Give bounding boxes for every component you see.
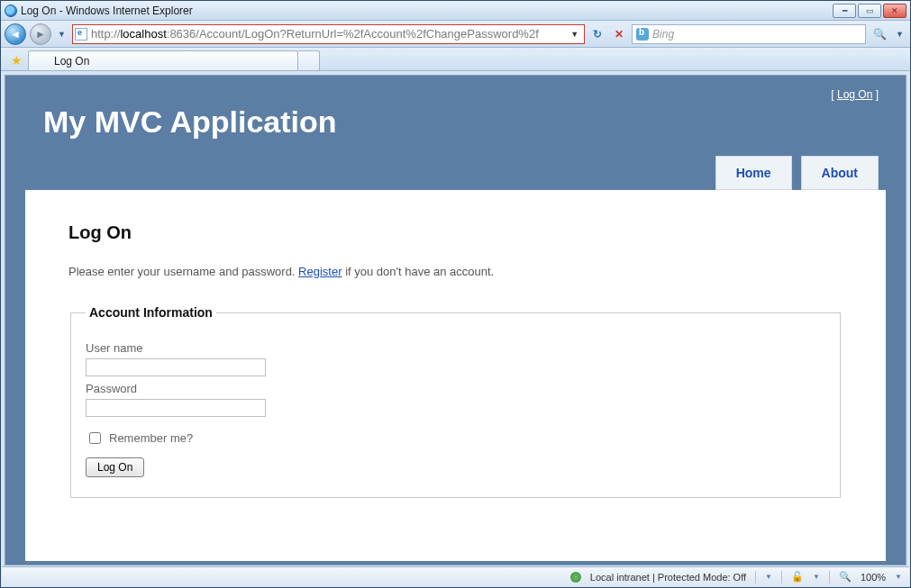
account-fieldset: Account Information User name Password R… [70, 305, 841, 498]
maximize-button[interactable]: ▭ [858, 4, 881, 18]
browser-window: Log On - Windows Internet Explorer ━ ▭ ✕… [0, 0, 911, 588]
nav-about[interactable]: About [801, 156, 879, 190]
url-text: http://localhost:8636/Account/LogOn?Retu… [91, 27, 567, 41]
zoom-dropdown[interactable]: ▼ [895, 573, 902, 581]
app-title: My MVC Application [7, 101, 904, 156]
tab-title: Log On [54, 55, 89, 68]
account-bar: [ Log On ] [7, 76, 904, 101]
favorites-button[interactable]: ★ [5, 50, 28, 70]
stop-button[interactable]: ✕ [610, 25, 628, 43]
remember-label: Remember me? [109, 431, 193, 445]
username-label: User name [86, 341, 825, 355]
password-input[interactable] [86, 399, 266, 417]
instruction-text: Please enter your username and password.… [68, 265, 843, 278]
logon-submit-button[interactable]: Log On [86, 457, 144, 477]
window-title: Log On - Windows Internet Explorer [21, 5, 833, 17]
username-input[interactable] [86, 358, 266, 376]
refresh-button[interactable]: ↻ [588, 25, 606, 43]
zone-icon [570, 572, 581, 583]
search-placeholder: Bing [652, 28, 674, 41]
status-bar: Local intranet | Protected Mode: Off ▼ 🔓… [2, 566, 909, 586]
search-dropdown[interactable]: ▼ [893, 30, 906, 39]
password-label: Password [86, 382, 825, 395]
page-heading: Log On [68, 222, 843, 243]
page-icon [75, 28, 87, 41]
titlebar: Log On - Windows Internet Explorer ━ ▭ ✕ [1, 1, 910, 21]
nav-history-dropdown[interactable]: ▼ [55, 30, 68, 39]
main-content: Log On Please enter your username and pa… [25, 190, 886, 561]
security-zone: Local intranet | Protected Mode: Off [590, 572, 746, 583]
close-button[interactable]: ✕ [883, 4, 906, 18]
page-tools-icon[interactable]: 🔓 [791, 571, 804, 583]
back-button[interactable]: ◄ [5, 23, 26, 45]
logon-link[interactable]: Log On [837, 88, 872, 101]
viewport: [ Log On ] My MVC Application Home About… [5, 75, 906, 565]
protected-mode-dropdown[interactable]: ▼ [765, 573, 772, 581]
new-tab-button[interactable] [298, 50, 320, 70]
tab-active[interactable]: Log On [28, 50, 298, 70]
ie-icon [36, 55, 49, 68]
forward-button[interactable]: ► [30, 23, 51, 45]
remember-checkbox[interactable] [89, 432, 101, 444]
register-link[interactable]: Register [298, 265, 342, 278]
zoom-icon[interactable]: 🔍 [839, 571, 852, 583]
fieldset-legend: Account Information [86, 305, 216, 320]
search-box[interactable]: Bing [632, 24, 866, 44]
address-bar[interactable]: http://localhost:8636/Account/LogOn?Retu… [72, 24, 585, 44]
minimize-button[interactable]: ━ [833, 4, 856, 18]
tab-bar: ★ Log On [1, 48, 910, 71]
nav-tabs: Home About [7, 156, 904, 190]
nav-home[interactable]: Home [715, 156, 792, 190]
nav-toolbar: ◄ ► ▼ http://localhost:8636/Account/LogO… [1, 21, 910, 48]
bing-icon [636, 28, 649, 41]
zoom-level: 100% [861, 572, 886, 583]
page: [ Log On ] My MVC Application Home About… [5, 76, 906, 565]
search-button[interactable]: 🔍 [870, 25, 889, 43]
address-dropdown[interactable]: ▼ [567, 30, 582, 39]
ie-icon [5, 5, 17, 17]
page-tools-dropdown[interactable]: ▼ [813, 573, 820, 581]
